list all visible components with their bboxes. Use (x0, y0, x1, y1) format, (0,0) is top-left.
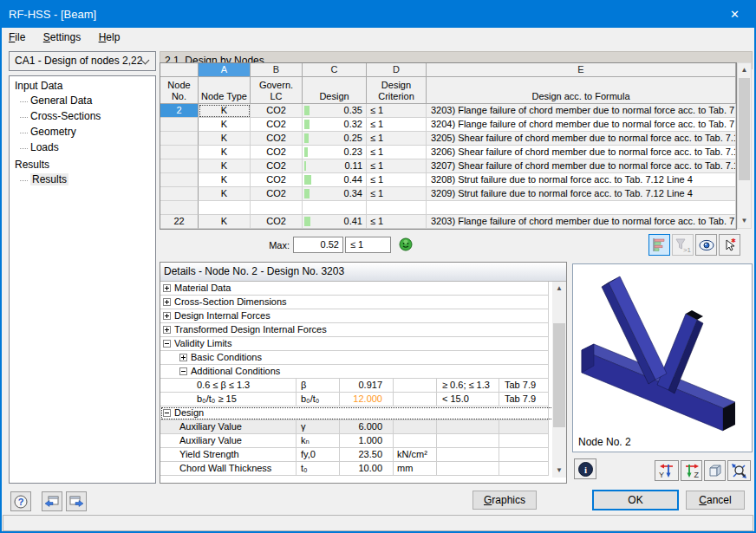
max-label: Max: (251, 240, 290, 250)
design-by-nodes-table: A B C D E Node No. Node Type Govern. LC … (160, 62, 737, 230)
table-row[interactable]: K CO2 0.23 ≤ 1 3206) Shear failure of ch… (160, 146, 736, 159)
nav-loads[interactable]: Loads (18, 140, 155, 155)
jump-to-graphic-button[interactable]: ✱ (719, 234, 740, 256)
help-button[interactable]: ? (10, 491, 31, 511)
scroll-up-icon[interactable]: ▲ (738, 63, 751, 77)
info-button[interactable]: i (574, 458, 596, 479)
details-group-basic-conditions[interactable]: Basic Conditions (160, 351, 566, 365)
table-row[interactable]: K CO2 0.32 ≤ 1 3204) Flange failure of c… (160, 118, 736, 132)
node-3d-viewport[interactable]: Node No. 2 (572, 263, 753, 452)
nav-cross-sections[interactable]: Cross-Sections (18, 108, 155, 124)
corner-cell (160, 63, 199, 77)
cube-icon (707, 463, 723, 478)
design-ratio-bar (304, 161, 306, 171)
details-group-material-data[interactable]: Material Data (160, 282, 566, 296)
table-row[interactable]: 22 K CO2 0.41 ≤ 1 3203) Flange failure o… (160, 215, 736, 229)
viewport-node-label: Node No. 2 (578, 436, 631, 448)
info-icon: i (578, 462, 593, 477)
navigation-tree: Input Data General Data Cross-Sections G… (9, 75, 156, 484)
header-node-no: Node No. (160, 77, 199, 104)
visibility-button[interactable] (695, 234, 717, 256)
ok-button[interactable]: OK (592, 490, 679, 510)
menu-bar: File Settings Help (2, 28, 754, 48)
menu-file[interactable]: File (2, 28, 32, 46)
scroll-down-icon[interactable]: ▼ (738, 214, 751, 228)
table-row[interactable] (160, 201, 736, 215)
details-group-design[interactable]: Design (160, 406, 566, 420)
nav-general-data[interactable]: General Data (18, 93, 155, 108)
details-group-transformed-forces[interactable]: Transformed Design Internal Forces (160, 323, 566, 337)
col-letter-b[interactable]: B (251, 63, 303, 77)
table-row[interactable]: K CO2 0.34 ≤ 1 3209) Strut failure due t… (160, 187, 736, 201)
details-scrollbar[interactable]: ▲ ▼ (552, 282, 566, 478)
help-icon: ? (14, 495, 28, 509)
details-row-b0t0-condition[interactable]: b₀/t₀ ≥ 15 b₀/t₀ 12.000 < 15.0 Tab 7.9 (160, 393, 566, 406)
expand-icon[interactable] (163, 312, 171, 320)
expand-icon[interactable] (163, 326, 171, 334)
cancel-button[interactable]: Cancel (686, 491, 745, 510)
nav-results[interactable]: Results (18, 172, 155, 187)
previous-window-button[interactable] (42, 491, 62, 511)
details-row-auxiliary-gamma[interactable]: Auxiliary Value γ 6.000 (160, 420, 566, 434)
svg-text:i: i (583, 464, 586, 474)
table-scrollbar[interactable]: ▲ ▼ (737, 62, 752, 229)
col-letter-d[interactable]: D (367, 63, 427, 77)
details-group-design-internal-forces[interactable]: Design Internal Forces (160, 309, 566, 323)
details-group-additional-conditions[interactable]: Additional Conditions (160, 365, 566, 379)
close-icon[interactable]: ✕ (715, 2, 754, 28)
design-ratio-bar (304, 120, 310, 129)
menu-help[interactable]: Help (92, 28, 127, 46)
table-row[interactable]: 2 K CO2 0.35 ≤ 1 3203) Flange failure of… (160, 104, 736, 118)
max-value-field: 0.52 (293, 237, 343, 253)
status-bar (3, 515, 753, 531)
expand-icon[interactable] (163, 298, 171, 306)
col-letter-a[interactable]: A (199, 63, 251, 77)
result-bars-icon (652, 237, 667, 252)
filter-exceeding-button[interactable]: >1 (672, 234, 694, 256)
nav-results-header[interactable]: Results (10, 155, 155, 172)
window-arrow-right-icon (69, 496, 83, 508)
header-formula: Design acc. to Formula (427, 77, 736, 104)
design-ratio-bar (304, 106, 310, 115)
details-row-beta-condition[interactable]: 0.6 ≤ β ≤ 1.3 β 0.917 ≥ 0.6; ≤ 1.3 Tab 7… (160, 379, 566, 393)
k-joint-render (573, 264, 752, 452)
design-ratio-bar (304, 175, 311, 185)
view-in-z-button[interactable]: Z (681, 460, 702, 481)
next-window-button[interactable] (66, 491, 87, 511)
details-row-auxiliary-kn[interactable]: Auxiliary Value kₙ 1.000 (160, 434, 566, 448)
view-in-y-button[interactable]: Y (655, 460, 679, 481)
details-group-validity-limits[interactable]: Validity Limits (160, 337, 566, 351)
header-design-criterion: Design Criterion (367, 77, 427, 104)
design-case-select[interactable]: CA1 - Design of nodes 2,22 (9, 51, 156, 71)
scrollbar-thumb[interactable] (553, 323, 565, 427)
details-row-yield-strength[interactable]: Yield Strength fy,0 23.50 kN/cm² (160, 448, 566, 462)
nav-geometry[interactable]: Geometry (18, 124, 155, 140)
details-group-cross-section-dimensions[interactable]: Cross-Section Dimensions (160, 296, 566, 309)
col-letter-c[interactable]: C (303, 63, 367, 77)
design-ratio-bar (304, 217, 310, 226)
table-row[interactable]: K CO2 0.25 ≤ 1 3205) Shear failure of ch… (160, 132, 736, 146)
scroll-down-icon[interactable]: ▼ (552, 464, 566, 478)
isometric-view-button[interactable] (704, 460, 726, 481)
design-ratio-bar (304, 147, 308, 157)
menu-settings[interactable]: Settings (36, 28, 88, 46)
title-bar: RF-HSS - [Beam] ✕ (2, 2, 754, 28)
collapse-icon[interactable] (163, 409, 171, 417)
zoom-fit-button[interactable] (727, 460, 751, 481)
col-letter-e[interactable]: E (427, 63, 736, 77)
scroll-up-icon[interactable]: ▲ (552, 282, 566, 296)
nav-input-data[interactable]: Input Data (10, 76, 155, 93)
details-row-chord-wall-thickness[interactable]: Chord Wall Thickness t₀ 10.00 mm (160, 462, 566, 476)
rf-hss-dialog: RF-HSS - [Beam] ✕ File Settings Help CA1… (0, 0, 756, 533)
table-row[interactable]: K CO2 0.11 ≤ 1 3207) Shear failure of ch… (160, 159, 736, 173)
svg-text:✱: ✱ (731, 237, 736, 244)
expand-icon[interactable] (163, 284, 171, 292)
expand-icon[interactable] (179, 354, 187, 361)
collapse-icon[interactable] (163, 340, 171, 348)
table-row[interactable]: K CO2 0.44 ≤ 1 3208) Strut failure due t… (160, 173, 736, 187)
graphics-button[interactable]: Graphics (472, 491, 537, 510)
collapse-icon[interactable] (179, 367, 187, 375)
scrollbar-thumb[interactable] (739, 78, 750, 180)
design-ratio-bar (304, 189, 310, 198)
result-bars-toggle-button[interactable] (648, 234, 670, 256)
